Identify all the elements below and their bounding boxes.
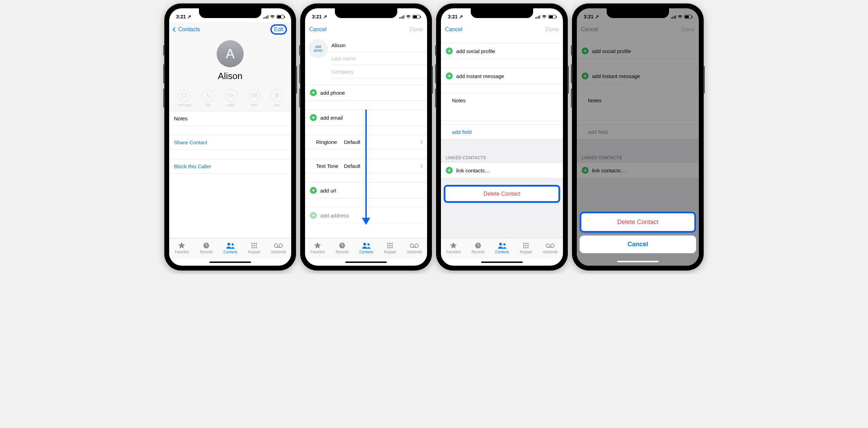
svg-point-23 bbox=[387, 245, 389, 246]
add-photo-button[interactable]: addphoto bbox=[309, 39, 328, 58]
company-input[interactable]: Company bbox=[331, 65, 427, 78]
plus-icon bbox=[310, 212, 317, 219]
svg-point-18 bbox=[363, 243, 366, 246]
phone-frame-1: 3:21 ↗ Contacts Edit A Alison message ca… bbox=[164, 3, 296, 271]
svg-point-42 bbox=[525, 247, 527, 248]
cancel-button[interactable]: Cancel bbox=[309, 26, 327, 33]
avatar: A bbox=[217, 40, 244, 67]
svg-point-44 bbox=[546, 244, 549, 247]
tab-recents[interactable]: Recents bbox=[200, 242, 213, 254]
svg-point-35 bbox=[523, 243, 524, 244]
keypad-icon bbox=[251, 242, 258, 249]
svg-point-11 bbox=[251, 247, 253, 248]
svg-point-29 bbox=[410, 244, 414, 247]
contact-name: Alison bbox=[218, 71, 243, 82]
share-contact-button[interactable]: Share Contact bbox=[169, 135, 291, 150]
tab-recents[interactable]: Recents bbox=[336, 242, 349, 254]
add-field-button[interactable]: add field bbox=[441, 125, 563, 139]
svg-point-5 bbox=[251, 243, 253, 244]
svg-point-3 bbox=[227, 243, 230, 246]
svg-point-41 bbox=[523, 247, 524, 248]
contacts-icon bbox=[226, 242, 235, 249]
svg-rect-0 bbox=[228, 94, 232, 97]
notes-cell[interactable]: Notes bbox=[441, 93, 563, 121]
svg-point-36 bbox=[525, 243, 527, 244]
first-name-input[interactable] bbox=[331, 39, 427, 52]
svg-point-12 bbox=[253, 247, 255, 248]
svg-point-4 bbox=[231, 243, 233, 246]
svg-point-39 bbox=[525, 245, 527, 246]
home-indicator[interactable] bbox=[617, 261, 659, 262]
edit-button[interactable]: Edit bbox=[270, 24, 287, 35]
add-phone-button[interactable]: add phone bbox=[305, 85, 427, 101]
tab-favorites[interactable]: Favorites bbox=[446, 242, 461, 254]
notch bbox=[199, 8, 261, 18]
tab-contacts[interactable]: Contacts bbox=[359, 242, 373, 254]
tab-recents[interactable]: Recents bbox=[472, 242, 485, 254]
clock-icon bbox=[202, 242, 210, 249]
tab-voicemail[interactable]: Voicemail bbox=[542, 242, 557, 254]
svg-point-43 bbox=[527, 247, 529, 248]
video-button[interactable]: video bbox=[225, 89, 237, 107]
svg-point-21 bbox=[389, 243, 391, 244]
notes-cell[interactable]: Notes bbox=[169, 111, 291, 126]
svg-point-34 bbox=[503, 243, 505, 246]
svg-point-22 bbox=[391, 243, 393, 244]
done-button[interactable]: Done bbox=[546, 26, 559, 33]
svg-point-20 bbox=[387, 243, 389, 244]
block-caller-button[interactable]: Block this Caller bbox=[169, 159, 291, 174]
tab-favorites[interactable]: Favorites bbox=[175, 242, 189, 254]
tab-favorites[interactable]: Favorites bbox=[311, 242, 325, 254]
phone-frame-2: 3:21 ↗ Cancel Done addphoto Last name Co… bbox=[300, 3, 432, 271]
tab-contacts[interactable]: Contacts bbox=[495, 242, 509, 254]
svg-point-15 bbox=[279, 244, 283, 247]
plus-icon bbox=[310, 114, 317, 121]
chevron-left-icon bbox=[173, 27, 177, 32]
tab-voicemail[interactable]: Voicemail bbox=[407, 242, 422, 254]
chevron-right-icon bbox=[419, 164, 423, 168]
pay-button[interactable]: $pay bbox=[271, 89, 283, 107]
back-button[interactable]: Contacts bbox=[173, 26, 200, 33]
action-row: message call video mail $pay bbox=[169, 87, 291, 111]
add-social-button[interactable]: add social profile bbox=[441, 43, 563, 59]
scroll-arrow-annotation bbox=[365, 110, 367, 224]
link-contacts-button[interactable]: link contacts… bbox=[441, 162, 563, 178]
call-button[interactable]: call bbox=[202, 89, 214, 107]
tab-keypad[interactable]: Keypad bbox=[384, 242, 396, 254]
svg-point-10 bbox=[255, 245, 257, 246]
message-button[interactable]: message bbox=[177, 89, 191, 107]
svg-point-14 bbox=[274, 244, 278, 247]
plus-icon bbox=[446, 48, 453, 54]
delete-contact-button[interactable]: Delete Contact bbox=[444, 185, 560, 203]
plus-icon bbox=[446, 72, 453, 79]
linked-contacts-header: LINKED CONTACTS bbox=[441, 153, 563, 162]
nav-bar: Contacts Edit bbox=[169, 22, 291, 37]
wifi-icon bbox=[270, 15, 275, 19]
home-indicator[interactable] bbox=[345, 262, 387, 263]
phone-frame-3: 3:21 ↗ Cancel Done add social profile ad… bbox=[436, 3, 568, 271]
mail-button[interactable]: mail bbox=[248, 89, 260, 107]
action-delete-button[interactable]: Delete Contact bbox=[580, 212, 696, 233]
home-indicator[interactable] bbox=[481, 262, 523, 263]
done-button[interactable]: Done bbox=[410, 26, 423, 33]
tab-contacts[interactable]: Contacts bbox=[224, 242, 237, 254]
tab-keypad[interactable]: Keypad bbox=[248, 242, 260, 254]
action-sheet: Delete Contact Cancel bbox=[580, 212, 696, 262]
svg-rect-1 bbox=[251, 94, 257, 97]
svg-point-28 bbox=[391, 247, 393, 248]
svg-point-6 bbox=[253, 243, 255, 244]
last-name-input[interactable]: Last name bbox=[331, 52, 427, 65]
svg-point-7 bbox=[255, 243, 257, 244]
plus-icon bbox=[310, 89, 317, 96]
add-im-button[interactable]: add instant message bbox=[441, 68, 563, 84]
tab-keypad[interactable]: Keypad bbox=[520, 242, 532, 254]
tab-bar: Favorites Recents Contacts Keypad Voicem… bbox=[169, 238, 291, 259]
cancel-button[interactable]: Cancel bbox=[445, 26, 462, 33]
svg-point-8 bbox=[251, 245, 253, 246]
action-cancel-button[interactable]: Cancel bbox=[580, 236, 696, 253]
nav-bar: Cancel Done bbox=[305, 22, 427, 37]
home-indicator[interactable] bbox=[209, 262, 251, 263]
tab-voicemail[interactable]: Voicemail bbox=[271, 242, 286, 254]
nav-bar: Cancel Done bbox=[441, 22, 563, 37]
svg-point-9 bbox=[253, 245, 255, 246]
